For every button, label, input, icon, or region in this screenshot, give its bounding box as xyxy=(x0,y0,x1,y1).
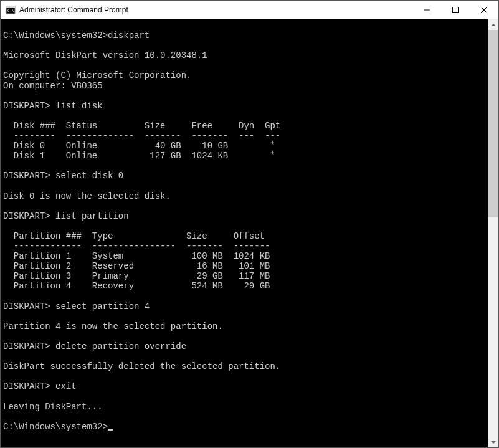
command-text: select disk 0 xyxy=(50,171,124,181)
command-text: list partition xyxy=(50,211,129,221)
diskpart-prompt: DISKPART> xyxy=(3,302,50,312)
svg-rect-4 xyxy=(453,7,459,12)
diskpart-prompt: DISKPART> xyxy=(3,101,50,111)
minimize-button[interactable] xyxy=(412,1,441,19)
command-text: exit xyxy=(50,381,77,391)
disk-table-header: Disk ### Status Size Free Dyn Gpt xyxy=(3,121,485,131)
window-title: Administrator: Command Prompt xyxy=(19,6,412,14)
status-message: Partition 4 is now the selected partitio… xyxy=(3,322,485,331)
maximize-button[interactable] xyxy=(441,1,470,19)
table-row: Disk 0 Online 40 GB 10 GB * xyxy=(3,141,485,151)
table-row: Partition 3 Primary 29 GB 117 MB xyxy=(3,271,485,281)
scroll-up-icon[interactable] xyxy=(488,19,498,30)
scroll-down-icon[interactable] xyxy=(488,437,498,447)
cmd-icon: C:\ xyxy=(6,5,16,15)
terminal-output[interactable]: C:\Windows\system32>diskpart Microsoft D… xyxy=(1,19,488,447)
vertical-scrollbar[interactable] xyxy=(488,19,498,447)
command-text: diskpart xyxy=(108,31,150,41)
status-message: Disk 0 is now the selected disk. xyxy=(3,191,485,201)
prompt-path: C:\Windows\system32> xyxy=(3,422,108,432)
content-area: C:\Windows\system32>diskpart Microsoft D… xyxy=(1,19,498,447)
table-row: Partition 2 Reserved 16 MB 101 MB xyxy=(3,261,485,271)
status-message: Leaving DiskPart... xyxy=(3,402,485,412)
svg-marker-8 xyxy=(491,441,496,444)
version-text: Microsoft DiskPart version 10.0.20348.1 xyxy=(3,50,485,60)
table-row: Partition 1 System 100 MB 1024 KB xyxy=(3,251,485,261)
copyright-text: Copyright (C) Microsoft Corporation. xyxy=(3,70,485,80)
titlebar: C:\ Administrator: Command Prompt xyxy=(1,1,498,19)
partition-table-divider: ------------- ---------------- ------- -… xyxy=(3,241,485,251)
command-text: select partition 4 xyxy=(50,302,150,312)
table-row: Partition 4 Recovery 524 MB 29 GB xyxy=(3,281,485,291)
table-row: Disk 1 Online 127 GB 1024 KB * xyxy=(3,151,485,161)
svg-marker-7 xyxy=(491,24,496,26)
scrollbar-thumb[interactable] xyxy=(488,30,498,217)
command-text: list disk xyxy=(50,101,103,111)
diskpart-prompt: DISKPART> xyxy=(3,381,50,391)
cursor xyxy=(108,429,113,431)
command-prompt-window: C:\ Administrator: Command Prompt C:\Win… xyxy=(0,0,499,448)
partition-table-header: Partition ### Type Size Offset xyxy=(3,231,485,241)
diskpart-prompt: DISKPART> xyxy=(3,171,50,181)
status-message: DiskPart successfully deleted the select… xyxy=(3,361,485,371)
computer-text: On computer: VBO365 xyxy=(3,81,485,91)
svg-text:C:\: C:\ xyxy=(7,8,14,12)
prompt-path: C:\Windows\system32> xyxy=(3,31,108,41)
disk-table-divider: -------- ------------- ------- ------- -… xyxy=(3,131,485,141)
diskpart-prompt: DISKPART> xyxy=(3,211,50,221)
command-text: delete partition override xyxy=(50,341,186,351)
diskpart-prompt: DISKPART> xyxy=(3,341,50,351)
window-controls xyxy=(412,1,498,19)
close-button[interactable] xyxy=(470,1,498,19)
